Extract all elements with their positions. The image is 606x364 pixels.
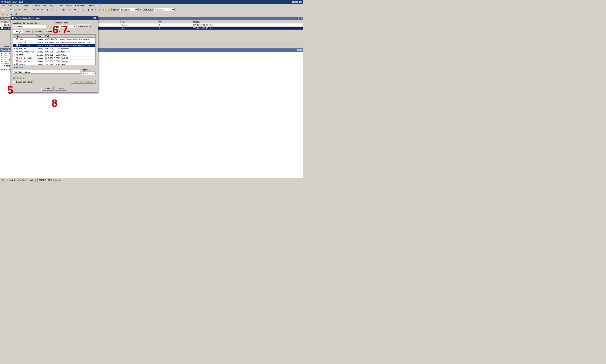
- opt-options-btn[interactable]: Optimization Options: [71, 80, 95, 84]
- save-button[interactable]: Save: [41, 87, 54, 91]
- tree-row-infact[interactable]: ▶📚infact Library $MODEL_TECH/../infact: [13, 53, 95, 56]
- dialog-close-btn[interactable]: ✕: [93, 17, 96, 19]
- add-folder-btn[interactable]: Add Folder...: [77, 25, 91, 28]
- dialog-name-row: Simulation Configuration Name Place in F…: [13, 22, 95, 28]
- dialog-body: Simulation Configuration Name Place in F…: [11, 20, 98, 86]
- library-tree[interactable]: ▼ Name Type Path ▼📚work Library C:/Deskt…: [13, 34, 95, 65]
- design-unit-label: Design Unit(s): [13, 66, 95, 68]
- opt-enable-row: Enable optimization Optimization Options: [13, 80, 95, 84]
- dialog-overlay: M Add Simulation Configuration ✕ Simulat…: [0, 0, 303, 182]
- folder-select[interactable]: Top Level: [55, 25, 76, 28]
- tree-table: ▼ Name Type Path ▼📚work Library C:/Deskt…: [13, 34, 95, 65]
- place-folder-label: Place in Folder: [55, 22, 95, 24]
- tab-verilog[interactable]: Verilog: [33, 30, 43, 33]
- tree-row-mtiavm[interactable]: ▶📚mtiAvm Library $MODEL_TECH/../avm: [13, 63, 95, 65]
- cancel-button[interactable]: Cancel: [55, 87, 67, 91]
- tree-row-work[interactable]: ▼📚work Library C:/DesktopOthers/modelsim…: [13, 38, 95, 41]
- sim-config-name-group: Simulation Configuration Name: [13, 22, 53, 28]
- folder-select-container: Top Level Add Folder...: [55, 25, 95, 28]
- tab-sdf[interactable]: SDF: [55, 30, 62, 33]
- design-unit-section: Design Unit(s) Resolution default: [13, 66, 95, 75]
- tree-row-mc2lib[interactable]: 📚mc2_lib (empty) Library $MODEL_TECH/../…: [13, 56, 95, 60]
- tree-row-ieee-env[interactable]: 📚ieee_env (empty) Library $MODEL_TECH/..…: [13, 50, 95, 53]
- tree-row-floatfixlib[interactable]: ▶📚floatfixlib Library $MODEL_TECH/../flo…: [13, 47, 95, 50]
- dialog-title: Add Simulation Configuration: [15, 17, 40, 19]
- dialog-icon: M: [12, 17, 14, 19]
- optimization-label: Optimization: [13, 77, 95, 79]
- design-unit-input[interactable]: [13, 70, 80, 74]
- resolution-select[interactable]: default: [81, 72, 95, 75]
- tab-others[interactable]: Others: [63, 30, 72, 33]
- tree-row-counter8[interactable]: 📄counter8 Module C:/DesktopOthers/models…: [13, 41, 95, 44]
- tree-row-mgcams[interactable]: 📚mgc_ams (empty) Library $MODEL_TECH/../…: [13, 60, 95, 63]
- add-simulation-dialog: M Add Simulation Configuration ✕ Simulat…: [11, 16, 98, 93]
- tree-col-type: Type: [36, 35, 45, 38]
- dialog-tabs: Design VHDL Verilog Libraries SDF Others: [13, 30, 95, 33]
- sim-config-name-label: Simulation Configuration Name: [13, 22, 53, 24]
- tree-col-path: Path: [45, 35, 95, 38]
- tree-row-test-counter8[interactable]: 📄test_counter8 Module C:/DesktopOthers/m…: [13, 44, 95, 47]
- place-folder-group: Place in Folder Top Level Add Folder...: [55, 22, 95, 28]
- optimization-section: Optimization Enable optimization Optimiz…: [13, 76, 95, 84]
- enable-opt-checkbox[interactable]: [13, 81, 15, 83]
- tree-col-name: ▼ Name: [13, 35, 37, 38]
- tab-vhdl[interactable]: VHDL: [24, 30, 33, 33]
- sim-config-name-input[interactable]: [13, 25, 46, 28]
- tab-design[interactable]: Design: [13, 30, 23, 33]
- dialog-titlebar: M Add Simulation Configuration ✕: [11, 16, 98, 20]
- dialog-footer: Save Cancel: [11, 86, 98, 92]
- enable-opt-label: Enable optimization: [16, 81, 33, 83]
- resolution-label: Resolution: [81, 69, 95, 71]
- tab-libraries[interactable]: Libraries: [43, 30, 54, 33]
